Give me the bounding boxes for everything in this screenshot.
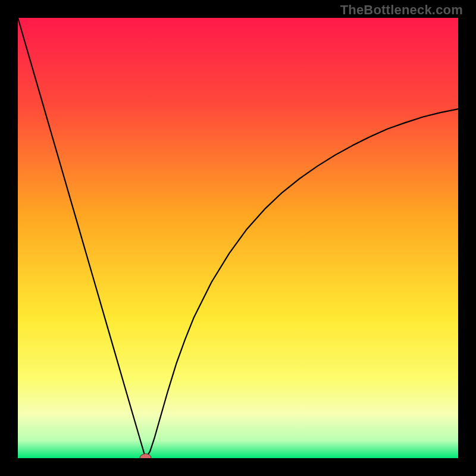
chart-svg xyxy=(18,18,458,458)
plot-area xyxy=(18,18,458,458)
gradient-background xyxy=(18,18,458,458)
chart-frame: TheBottleneck.com xyxy=(0,0,476,476)
watermark-text: TheBottleneck.com xyxy=(340,2,463,18)
